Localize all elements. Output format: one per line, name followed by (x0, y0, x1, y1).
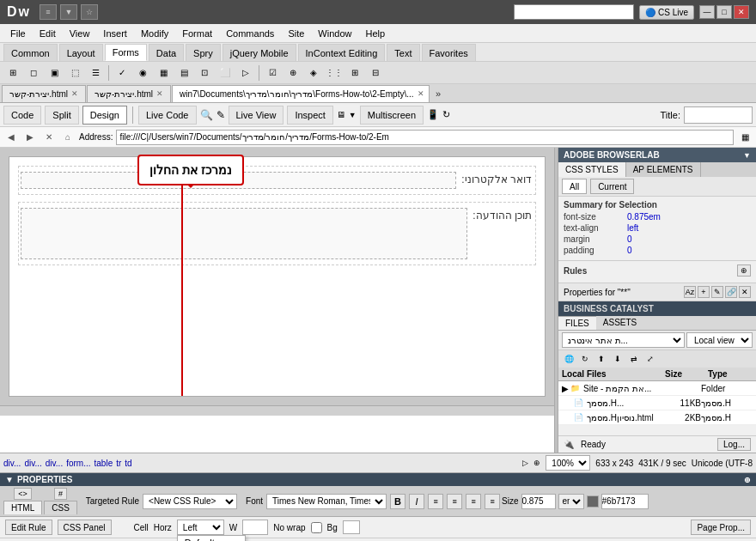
align-right-button[interactable]: ≡ (466, 494, 481, 509)
tab-current[interactable]: Current (590, 179, 634, 194)
site-icon[interactable]: 🌐 (562, 352, 576, 366)
site-select[interactable]: ת אתר אינטרנ... (562, 332, 685, 348)
cs-live-button[interactable]: 🔵 CS Live (639, 5, 694, 20)
tab-css[interactable]: CSS (44, 501, 77, 514)
toolbar-icon-11[interactable]: ⬜ (216, 64, 235, 82)
menu-modify[interactable]: Modify (134, 24, 175, 43)
breadcrumb-form[interactable]: form... (66, 459, 90, 468)
toolbar-icon-18[interactable]: ⊟ (366, 64, 385, 82)
file-tab-1[interactable]: יצירת-קשר.html ✕ (2, 85, 86, 102)
zoom-select[interactable]: 100% (546, 455, 590, 471)
horz-select[interactable]: Left (177, 520, 224, 535)
toolbar-icon-16[interactable]: ⋮⋮ (325, 64, 344, 82)
tab-jquery[interactable]: jQuery Mobile (223, 44, 296, 61)
css-icon[interactable]: # (54, 488, 67, 500)
menu-help[interactable]: Help (358, 24, 392, 43)
file-row-2[interactable]: 📄 מסמך.Hנוסיון.html 2KB מסמך.H (558, 410, 756, 425)
code-button[interactable]: Code (3, 106, 41, 125)
title-input[interactable] (684, 106, 753, 124)
file-tab-3[interactable]: win7\Documents\מדריך\חומר\מדריך\Forms-Ho… (172, 85, 430, 102)
html-icon[interactable]: <> (14, 488, 32, 500)
forward-button[interactable]: ▶ (22, 130, 38, 145)
tab-forms[interactable]: Forms (105, 44, 147, 61)
tab-html[interactable]: HTML (3, 501, 42, 514)
italic-button[interactable]: I (409, 494, 424, 509)
address-action-icon[interactable]: ▦ (737, 130, 753, 145)
targeted-rule-select[interactable]: <New CSS Rule> (143, 494, 237, 509)
menu-commands[interactable]: Commands (219, 24, 281, 43)
props-extra-icon[interactable]: ⊕ (744, 476, 751, 484)
maximize-button[interactable]: □ (716, 5, 732, 19)
expand-icon[interactable]: ⤢ (643, 352, 657, 366)
file-tab-close-2[interactable]: ✕ (156, 89, 163, 98)
toolbar-icon-12[interactable]: ▷ (236, 64, 255, 82)
menu-format[interactable]: Format (175, 24, 219, 43)
toolbar-icon-7[interactable]: ◉ (133, 64, 152, 82)
minimize-button[interactable]: — (699, 5, 715, 19)
align-center-button[interactable]: ≡ (447, 494, 462, 509)
star-icon[interactable]: ☆ (81, 4, 98, 20)
props-expand-icon[interactable]: ▼ (5, 475, 14, 484)
home-button[interactable]: ⌂ (60, 130, 76, 145)
css-panel-button[interactable]: CSS Panel (58, 520, 112, 535)
menu-insert[interactable]: Insert (96, 24, 134, 43)
file-tab-close-3[interactable]: ✕ (418, 89, 424, 98)
breadcrumb-div3[interactable]: div... (46, 459, 63, 468)
menu-window[interactable]: Window (311, 24, 358, 43)
log-button[interactable]: Log... (717, 438, 751, 451)
tab-common[interactable]: Common (3, 44, 58, 61)
prop-icon-edit[interactable]: ✎ (711, 286, 723, 298)
toolbar-icon-17[interactable]: ⊞ (345, 64, 364, 82)
live-view-button[interactable]: Live View (229, 106, 284, 125)
align-left-button[interactable]: ≡ (428, 494, 443, 509)
tab-incontext[interactable]: InContext Editing (298, 44, 386, 61)
tab-css-styles[interactable]: CSS STYLES (558, 162, 626, 177)
toolbar-icon-4[interactable]: ⬚ (65, 64, 84, 82)
toolbar-icon-3[interactable]: ▣ (45, 64, 64, 82)
split-button[interactable]: Split (45, 106, 78, 125)
design-button[interactable]: Design (82, 106, 127, 125)
dropdown-default[interactable]: Default (178, 536, 245, 541)
tab-assets[interactable]: ASSETS (596, 316, 643, 330)
size-unit-select[interactable]: em (558, 494, 584, 509)
close-button[interactable]: ✕ (734, 5, 749, 19)
menu-view[interactable]: View (63, 24, 97, 43)
toolbar-icon-5[interactable]: ☰ (86, 64, 105, 82)
menu-edit[interactable]: Edit (33, 24, 63, 43)
align-justify-button[interactable]: ≡ (485, 494, 500, 509)
file-row-site[interactable]: ▶ 📁 Site - את הקמת... Folder (558, 381, 756, 396)
tab-favorites[interactable]: Favorites (422, 44, 476, 61)
download-icon[interactable]: ⬇ (611, 352, 625, 366)
menu-icon[interactable]: ≡ (40, 4, 57, 20)
toolbar-icon-2[interactable]: ◻ (24, 64, 43, 82)
font-select[interactable]: Times New Roman, Times, serif (266, 494, 387, 509)
breadcrumb-tr[interactable]: tr (116, 459, 121, 468)
prop-icon-delete[interactable]: ✕ (739, 286, 751, 298)
tab-layout[interactable]: Layout (59, 44, 103, 61)
breadcrumb-table[interactable]: table (94, 459, 113, 468)
bold-button[interactable]: B (390, 494, 405, 509)
file-row-1[interactable]: 📄 מסמך.H... 11KB מסמך.H (558, 396, 756, 410)
rules-icon-1[interactable]: ⊕ (737, 264, 751, 277)
toolbar-icon-8[interactable]: ▦ (154, 64, 173, 82)
file-tab-2[interactable]: יצירת-קשר.html ✕ (87, 85, 171, 102)
file-tab-close-1[interactable]: ✕ (71, 89, 78, 98)
browserlab-arrow[interactable]: ▼ (743, 151, 751, 160)
back-button[interactable]: ◀ (3, 130, 19, 145)
tab-ap-elements[interactable]: AP ELEMENTS (626, 162, 701, 177)
connect-icon[interactable]: ⬆ (594, 352, 608, 366)
toolbar-icon-13[interactable]: ☑ (263, 64, 282, 82)
sync-icon[interactable]: ⇄ (627, 352, 641, 366)
size-input[interactable] (521, 494, 556, 509)
breadcrumb-div2[interactable]: div... (24, 459, 41, 468)
address-input[interactable] (116, 130, 734, 145)
no-wrap-checkbox[interactable] (311, 522, 322, 533)
breadcrumb-div1[interactable]: div... (3, 459, 21, 468)
file-tabs-overflow[interactable]: » (430, 87, 446, 100)
menu-site[interactable]: Site (281, 24, 311, 43)
tab-data[interactable]: Data (149, 44, 184, 61)
refresh-files-icon[interactable]: ↻ (578, 352, 592, 366)
page-prop-button[interactable]: Page Prop... (691, 520, 751, 535)
multiscreen-button[interactable]: Multiscreen (360, 106, 424, 125)
view-select[interactable]: Local view (686, 332, 753, 348)
